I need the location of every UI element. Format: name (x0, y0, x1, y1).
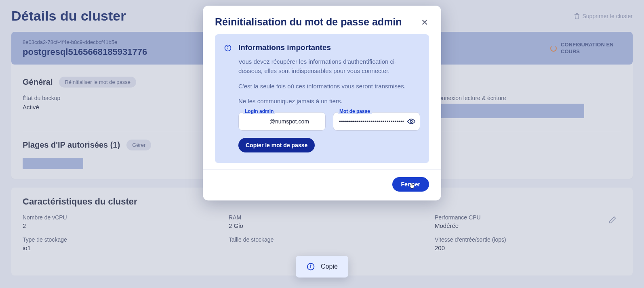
info-paragraph-2: C'est la seule fois où ces informations … (238, 81, 420, 91)
info-title: Informations importantes (238, 43, 420, 52)
info-paragraph-1: Vous devez récupérer les informations d'… (238, 57, 420, 76)
copy-password-button[interactable]: Copier le mot de passe (238, 138, 315, 152)
password-field-label: Mot de passe (338, 109, 372, 114)
copied-toast: Copié (296, 256, 348, 278)
eye-icon[interactable] (407, 117, 415, 125)
svg-point-6 (310, 265, 311, 265)
info-icon (224, 44, 232, 52)
login-field-label: Login admin (243, 109, 275, 114)
svg-point-3 (410, 121, 412, 123)
info-icon (306, 262, 315, 271)
svg-point-2 (227, 46, 228, 47)
info-paragraph-3: Ne les communiquez jamais à un tiers. (238, 96, 420, 106)
cursor-hand-icon (409, 182, 415, 191)
login-input[interactable] (238, 112, 326, 131)
reset-password-modal: Réinitialisation du mot de passe admin I… (203, 6, 441, 200)
toast-text: Copié (321, 263, 338, 270)
close-icon[interactable] (420, 18, 429, 27)
modal-title: Réinitialisation du mot de passe admin (215, 16, 402, 28)
